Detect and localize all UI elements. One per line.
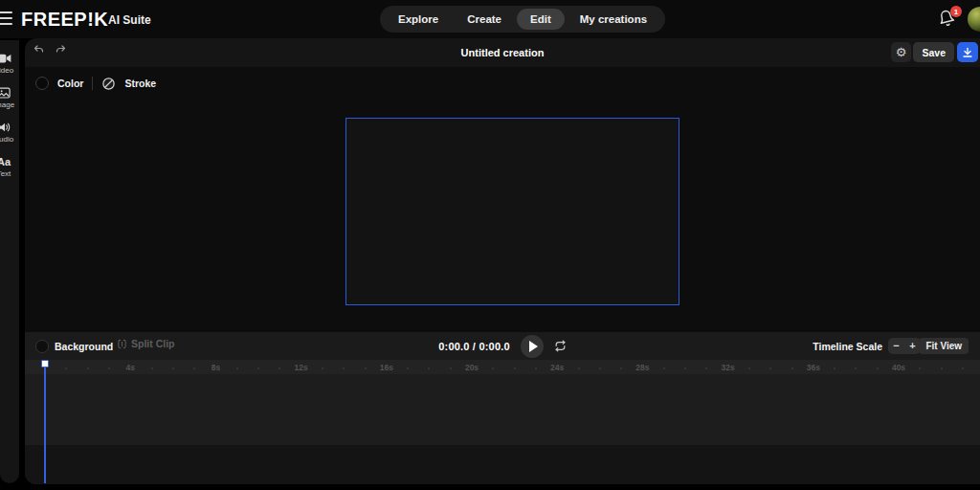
nav-tab-explore[interactable]: Explore bbox=[385, 9, 452, 30]
ruler-tick bbox=[578, 368, 580, 369]
ruler-tick bbox=[343, 368, 345, 369]
play-button[interactable] bbox=[521, 335, 544, 358]
gear-icon: ⚙ bbox=[896, 45, 907, 59]
sidebar-item-text[interactable]: AaText bbox=[0, 156, 19, 178]
ruler-tick bbox=[705, 368, 707, 369]
ruler-tick bbox=[257, 368, 259, 369]
properties-bar: Color Stroke bbox=[35, 75, 156, 92]
media-sidebar: VideoImageAudioAaText bbox=[0, 40, 19, 483]
sidebar-item-label: Audio bbox=[0, 135, 13, 144]
ruler-tick bbox=[663, 368, 665, 369]
nav-tab-create[interactable]: Create bbox=[454, 9, 515, 30]
sidebar-item-label: Image bbox=[0, 100, 14, 109]
notification-badge: 1 bbox=[950, 6, 962, 17]
download-icon bbox=[962, 47, 973, 58]
editor-panel: Untitled creation ⚙ Save Color Stroke Ba… bbox=[25, 38, 980, 484]
ai-suite-label: AI Suite bbox=[108, 13, 151, 27]
ruler-tick bbox=[87, 368, 89, 369]
ruler-tick bbox=[236, 368, 238, 369]
fit-view-button[interactable]: Fit View bbox=[919, 338, 969, 354]
edit-toolbar: Untitled creation ⚙ Save bbox=[25, 38, 980, 67]
timeline-scale-label: Timeline Scale bbox=[813, 341, 882, 352]
notifications-button[interactable]: 1 bbox=[938, 10, 957, 29]
sidebar-item-audio[interactable]: Audio bbox=[0, 122, 19, 144]
ruler-label: 32s bbox=[722, 363, 735, 372]
timeline-ruler[interactable]: 4s8s12s16s20s24s28s32s36s40s bbox=[25, 360, 980, 374]
user-avatar[interactable] bbox=[968, 7, 980, 32]
ruler-tick bbox=[514, 368, 516, 369]
audio-icon bbox=[0, 122, 11, 133]
split-clip-icon bbox=[117, 339, 127, 349]
ruler-tick bbox=[365, 368, 367, 369]
document-title[interactable]: Untitled creation bbox=[25, 47, 980, 58]
text-icon: Aa bbox=[0, 156, 11, 167]
canvas-selection-frame[interactable] bbox=[345, 118, 679, 305]
freepik-logo[interactable]: FREEP!K bbox=[21, 9, 108, 31]
ruler-label: 24s bbox=[550, 363, 564, 372]
ruler-tick bbox=[151, 368, 153, 369]
ruler-label: 8s bbox=[212, 363, 220, 372]
ruler-tick bbox=[65, 368, 67, 369]
settings-button[interactable]: ⚙ bbox=[891, 42, 911, 62]
divider bbox=[92, 77, 93, 90]
image-icon bbox=[0, 87, 11, 99]
ruler-tick bbox=[407, 368, 409, 369]
split-clip-label: Split Clip bbox=[131, 338, 175, 349]
color-label[interactable]: Color bbox=[57, 78, 83, 89]
playhead-handle[interactable] bbox=[41, 360, 49, 368]
ruler-tick bbox=[769, 368, 771, 369]
ruler-tick bbox=[172, 368, 174, 369]
time-display: 0:00.0 / 0:00.0 bbox=[438, 341, 510, 352]
ruler-tick bbox=[941, 368, 943, 369]
ruler-tick bbox=[108, 368, 110, 369]
sidebar-item-video[interactable]: Video bbox=[0, 53, 19, 75]
stroke-label[interactable]: Stroke bbox=[124, 78, 156, 89]
sidebar-item-label: Text bbox=[0, 169, 11, 178]
ruler-tick bbox=[322, 368, 323, 369]
ruler-tick bbox=[834, 368, 835, 369]
ruler-tick bbox=[599, 368, 601, 369]
sidebar-item-image[interactable]: Image bbox=[0, 87, 19, 109]
ruler-tick bbox=[535, 368, 537, 369]
ruler-tick bbox=[278, 368, 280, 369]
background-label[interactable]: Background bbox=[55, 341, 113, 352]
split-clip-button[interactable]: Split Clip bbox=[117, 338, 175, 349]
timeline-track[interactable] bbox=[25, 374, 980, 445]
ruler-tick bbox=[919, 368, 921, 369]
ruler-tick bbox=[193, 368, 195, 369]
ruler-tick bbox=[684, 368, 686, 369]
timeline-panel: Background Split Clip 0:00.0 / 0:00.0 Ti… bbox=[25, 332, 980, 484]
timeline-controls: Background Split Clip 0:00.0 / 0:00.0 Ti… bbox=[25, 332, 980, 360]
download-button[interactable] bbox=[957, 42, 978, 62]
ruler-label: 20s bbox=[465, 363, 479, 372]
loop-button[interactable] bbox=[554, 340, 567, 352]
ruler-label: 28s bbox=[635, 363, 649, 372]
ruler-label: 4s bbox=[125, 363, 134, 372]
ruler-tick bbox=[877, 368, 879, 369]
main-nav: ExploreCreateEditMy creations bbox=[380, 6, 665, 33]
video-icon bbox=[0, 53, 11, 64]
ruler-tick bbox=[962, 368, 964, 369]
nav-tab-my-creations[interactable]: My creations bbox=[567, 9, 660, 30]
loop-icon bbox=[554, 340, 567, 352]
timeline-zoom-controls: − + bbox=[888, 338, 921, 354]
top-bar: FREEP!K AI Suite ExploreCreateEditMy cre… bbox=[0, 0, 980, 38]
color-swatch[interactable] bbox=[35, 77, 49, 90]
ruler-tick bbox=[620, 368, 622, 369]
ruler-label: 16s bbox=[380, 363, 393, 372]
ruler-tick bbox=[748, 368, 750, 369]
ruler-label: 36s bbox=[807, 363, 820, 372]
nav-tab-edit[interactable]: Edit bbox=[517, 9, 565, 30]
ruler-tick bbox=[450, 368, 452, 369]
hamburger-menu-icon[interactable] bbox=[0, 11, 12, 25]
zoom-out-button[interactable]: − bbox=[888, 338, 904, 354]
background-swatch[interactable] bbox=[35, 340, 49, 353]
ruler-tick bbox=[428, 368, 430, 369]
stroke-none-icon[interactable] bbox=[101, 77, 116, 91]
save-button[interactable]: Save bbox=[913, 42, 954, 62]
ruler-label: 12s bbox=[295, 363, 308, 372]
ruler-tick bbox=[492, 368, 494, 369]
ruler-label: 40s bbox=[892, 363, 905, 372]
playhead[interactable] bbox=[44, 360, 46, 483]
ruler-tick bbox=[791, 368, 793, 369]
